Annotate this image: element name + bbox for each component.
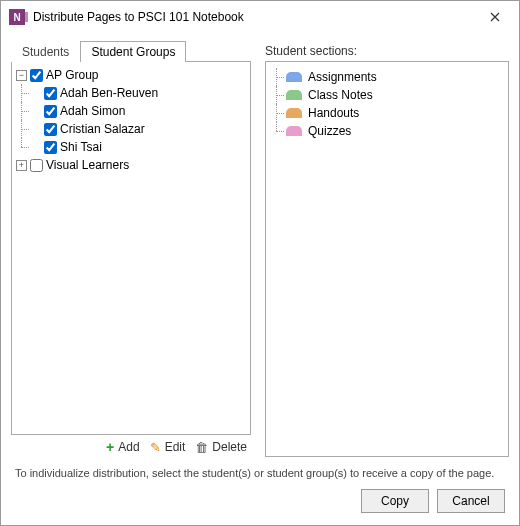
cancel-label: Cancel (452, 494, 489, 508)
student-checkbox[interactable] (44, 123, 57, 136)
collapse-icon[interactable]: − (16, 70, 27, 81)
student-label: Adah Ben-Reuven (60, 86, 158, 100)
group-row-visual[interactable]: + Visual Learners (16, 156, 248, 174)
student-label: Cristian Salazar (60, 122, 145, 136)
tab-bar: Students Student Groups (11, 39, 251, 61)
titlebar: N Distribute Pages to PSCI 101 Notebook (1, 1, 519, 33)
dialog-window: N Distribute Pages to PSCI 101 Notebook … (0, 0, 520, 526)
tab-label: Student Groups (91, 45, 175, 59)
student-checkbox[interactable] (44, 105, 57, 118)
expand-icon[interactable]: + (16, 160, 27, 171)
section-label: Class Notes (308, 88, 373, 102)
sections-list[interactable]: Assignments Class Notes Handouts Qu (265, 61, 509, 457)
onenote-icon: N (9, 9, 25, 25)
student-checkbox[interactable] (44, 87, 57, 100)
student-row[interactable]: Adah Simon (30, 102, 248, 120)
section-icon (286, 126, 302, 136)
tab-student-groups[interactable]: Student Groups (80, 41, 186, 62)
edit-button[interactable]: ✎ Edit (150, 439, 186, 455)
student-label: Adah Simon (60, 104, 125, 118)
section-label: Assignments (308, 70, 377, 84)
group-checkbox[interactable] (30, 159, 43, 172)
section-item-class-notes[interactable]: Class Notes (268, 86, 506, 104)
dialog-footer: Copy Cancel (11, 483, 509, 515)
section-label: Quizzes (308, 124, 351, 138)
groups-tree[interactable]: − AP Group Adah Ben-Reuven (11, 61, 251, 435)
student-row[interactable]: Cristian Salazar (30, 120, 248, 138)
group-toolbar: + Add ✎ Edit 🗑 Delete (11, 435, 251, 457)
section-label: Handouts (308, 106, 359, 120)
section-item-assignments[interactable]: Assignments (268, 68, 506, 86)
delete-label: Delete (212, 440, 247, 454)
pencil-icon: ✎ (150, 440, 161, 455)
close-icon (490, 12, 500, 22)
sections-heading: Student sections: (265, 39, 509, 61)
close-button[interactable] (475, 3, 515, 31)
student-checkbox[interactable] (44, 141, 57, 154)
copy-button[interactable]: Copy (361, 489, 429, 513)
tab-label: Students (22, 45, 69, 59)
add-label: Add (118, 440, 139, 454)
section-icon (286, 108, 302, 118)
student-row[interactable]: Adah Ben-Reuven (30, 84, 248, 102)
trash-icon: 🗑 (195, 440, 208, 455)
plus-icon: + (106, 439, 114, 455)
group-checkbox[interactable] (30, 69, 43, 82)
group-label: AP Group (46, 68, 98, 82)
group-label: Visual Learners (46, 158, 129, 172)
student-label: Shi Tsai (60, 140, 102, 154)
delete-button[interactable]: 🗑 Delete (195, 439, 247, 455)
edit-label: Edit (165, 440, 186, 454)
hint-text: To individualize distribution, select th… (11, 457, 509, 483)
section-item-handouts[interactable]: Handouts (268, 104, 506, 122)
student-row[interactable]: Shi Tsai (30, 138, 248, 156)
cancel-button[interactable]: Cancel (437, 489, 505, 513)
section-icon (286, 90, 302, 100)
section-icon (286, 72, 302, 82)
group-row-ap[interactable]: − AP Group (16, 66, 248, 84)
section-item-quizzes[interactable]: Quizzes (268, 122, 506, 140)
copy-label: Copy (381, 494, 409, 508)
window-title: Distribute Pages to PSCI 101 Notebook (33, 10, 475, 24)
tab-students[interactable]: Students (11, 41, 80, 62)
add-button[interactable]: + Add (106, 439, 140, 455)
